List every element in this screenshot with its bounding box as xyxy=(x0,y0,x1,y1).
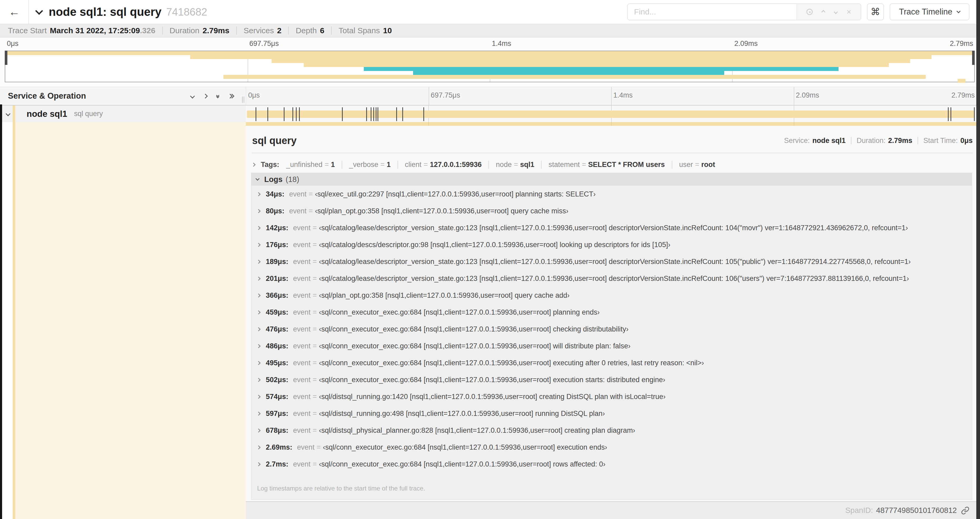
expand-all-double-chevron-right-icon[interactable] xyxy=(228,94,234,98)
log-row[interactable]: 189μs:event=‹sql/catalog/lease/descripto… xyxy=(251,253,972,270)
log-row[interactable]: 34μs:event=‹sql/exec_util.go:2297 [nsql1… xyxy=(251,186,972,203)
tags-accordion[interactable]: Tags: _unfinished=1_verbose=1client=127.… xyxy=(252,158,973,171)
log-chevron-right-icon xyxy=(256,209,261,213)
tag-key: node xyxy=(496,161,512,169)
trace-title-wrap[interactable]: node sql1: sql query 7418682 xyxy=(37,5,627,18)
timeline-tick-label: 1.4ms xyxy=(613,91,633,99)
expand-one-chevron-right-icon[interactable] xyxy=(204,94,207,98)
log-field-value: ‹sql/conn_executor_exec.go:684 [nsql1,cl… xyxy=(319,325,628,333)
log-tick-mark xyxy=(423,107,424,121)
span-color-accent-bar xyxy=(13,122,15,519)
summary-separator xyxy=(162,27,163,35)
span-duration-bar[interactable] xyxy=(247,110,974,118)
timeline-gridline xyxy=(794,122,794,126)
timeline-tick-label: 0μs xyxy=(248,91,260,99)
summary-separator xyxy=(288,27,289,35)
log-chevron-right-icon xyxy=(256,428,261,433)
span-name-cell[interactable]: node sql1 sql query xyxy=(0,105,246,122)
log-field-key: event xyxy=(293,241,310,249)
log-row[interactable]: 476μs:event=‹sql/conn_executor_exec.go:6… xyxy=(251,321,972,338)
keyboard-shortcuts-button[interactable]: ⌘ xyxy=(867,3,884,20)
span-bar-cell[interactable] xyxy=(246,105,976,122)
top-controls: × ⌘ Trace Timeline xyxy=(627,3,969,20)
collapse-all-double-chevron-down-icon[interactable] xyxy=(216,94,219,98)
log-tick-mark xyxy=(377,107,378,121)
log-timestamp: 574μs: xyxy=(266,393,288,401)
logs-list: 34μs:event=‹sql/exec_util.go:2297 [nsql1… xyxy=(251,186,972,471)
span-color-accent xyxy=(13,105,15,122)
log-row[interactable]: 495μs:event=‹sql/conn_executor_exec.go:6… xyxy=(251,355,972,371)
tag-item: _unfinished=1 xyxy=(286,161,342,169)
log-field-key: event xyxy=(297,443,315,452)
trace-summary-bar: Trace Start March 31 2022, 17:25:09.326 … xyxy=(0,24,980,37)
tag-item: user=root xyxy=(672,161,722,169)
span-id-label: SpanID: xyxy=(845,506,873,515)
search-input[interactable] xyxy=(628,4,796,20)
log-row[interactable]: 2.69ms:event=‹sql/conn_executor_exec.go:… xyxy=(251,439,972,456)
tag-item: node=sql1 xyxy=(488,161,541,169)
minimap-bars xyxy=(5,51,974,82)
log-equals: = xyxy=(309,190,313,198)
minimap-span-bar xyxy=(958,79,965,83)
log-row[interactable]: 142μs:event=‹sql/catalog/lease/descripto… xyxy=(251,219,972,236)
column-resize-grip[interactable] xyxy=(241,96,244,103)
log-row[interactable]: 574μs:event=‹sql/distsql_running.go:1420… xyxy=(251,388,972,405)
locate-icon[interactable] xyxy=(807,9,813,15)
minimap-span-bar xyxy=(304,63,889,67)
duration-label: Duration xyxy=(170,26,199,35)
log-field-value: ‹sql/distsql_running.go:1420 [nsql1,clie… xyxy=(319,393,665,401)
trace-start-fraction: .326 xyxy=(140,26,155,35)
minimap-scrubber-right[interactable] xyxy=(972,51,975,65)
log-field-key: event xyxy=(293,342,310,350)
log-row[interactable]: 201μs:event=‹sql/catalog/lease/descripto… xyxy=(251,270,972,287)
timeline-tick-label: 2.09ms xyxy=(735,40,758,48)
log-equals: = xyxy=(313,224,317,232)
log-equals: = xyxy=(313,308,317,316)
log-equals: = xyxy=(313,241,317,249)
collapse-controls xyxy=(181,94,234,98)
logs-header[interactable]: Logs (18) xyxy=(251,173,972,186)
collapse-one-chevron-down-icon[interactable] xyxy=(191,94,194,98)
span-detail-accent-strip xyxy=(246,122,976,126)
minimap-canvas[interactable] xyxy=(5,51,975,82)
log-field-value: ‹sql/catalog/lease/descriptor_version_st… xyxy=(319,258,911,266)
log-field-value: ‹sql/conn_executor_exec.go:684 [nsql1,cl… xyxy=(319,308,600,316)
clear-search-icon[interactable]: × xyxy=(847,8,851,16)
tag-equals: = xyxy=(423,161,428,169)
summary-separator xyxy=(236,27,237,35)
depth-label: Depth xyxy=(296,26,317,35)
tag-item: statement=SELECT * FROM users xyxy=(541,161,671,169)
span-collapse-chevron-down-icon[interactable] xyxy=(6,111,10,116)
depth-value: 6 xyxy=(320,26,325,35)
span-detail-title: sql query xyxy=(252,135,784,146)
log-field-key: event xyxy=(289,190,307,198)
log-row[interactable]: 486μs:event=‹sql/conn_executor_exec.go:6… xyxy=(251,338,972,355)
log-chevron-right-icon xyxy=(256,394,261,399)
prev-match-chevron-up-icon[interactable] xyxy=(821,10,826,14)
minimap-scrubber-left[interactable] xyxy=(5,51,7,65)
view-type-dropdown[interactable]: Trace Timeline xyxy=(889,3,969,20)
log-row[interactable]: 678μs:event=‹sql/distsql_physical_planne… xyxy=(251,422,972,439)
log-tick-mark xyxy=(256,107,256,121)
log-row[interactable]: 459μs:event=‹sql/conn_executor_exec.go:6… xyxy=(251,304,972,321)
next-match-chevron-down-icon[interactable] xyxy=(834,10,838,14)
deep-link-icon[interactable] xyxy=(961,506,969,515)
back-button[interactable]: ← xyxy=(0,0,29,24)
minimap-span-bar xyxy=(190,55,932,59)
log-row[interactable]: 80μs:event=‹sql/plan_opt.go:358 [nsql1,c… xyxy=(251,203,972,219)
logs-accordion: Logs (18) 34μs:event=‹sql/exec_util.go:2… xyxy=(251,173,972,500)
span-operation-name: sql query xyxy=(74,110,103,118)
log-row[interactable]: 502μs:event=‹sql/conn_executor_exec.go:6… xyxy=(251,371,972,388)
log-equals: = xyxy=(313,460,317,468)
log-timestamp: 201μs: xyxy=(266,275,288,283)
log-chevron-right-icon xyxy=(256,260,261,264)
log-equals: = xyxy=(313,393,317,401)
minimap-tick-labels: 0μs697.75μs1.4ms2.09ms2.79ms xyxy=(5,40,975,49)
log-tick-mark xyxy=(974,107,975,121)
timeline-tick-label: 697.75μs xyxy=(250,40,279,48)
log-row[interactable]: 366μs:event=‹sql/plan_opt.go:358 [nsql1,… xyxy=(251,287,972,304)
log-row[interactable]: 597μs:event=‹sql/distsql_running.go:498 … xyxy=(251,405,972,422)
log-row[interactable]: 176μs:event=‹sql/catalog/descs/descripto… xyxy=(251,236,972,253)
tag-item: _verbose=1 xyxy=(342,161,398,169)
log-row[interactable]: 2.7ms:event=‹sql/conn_executor_exec.go:6… xyxy=(251,456,972,471)
